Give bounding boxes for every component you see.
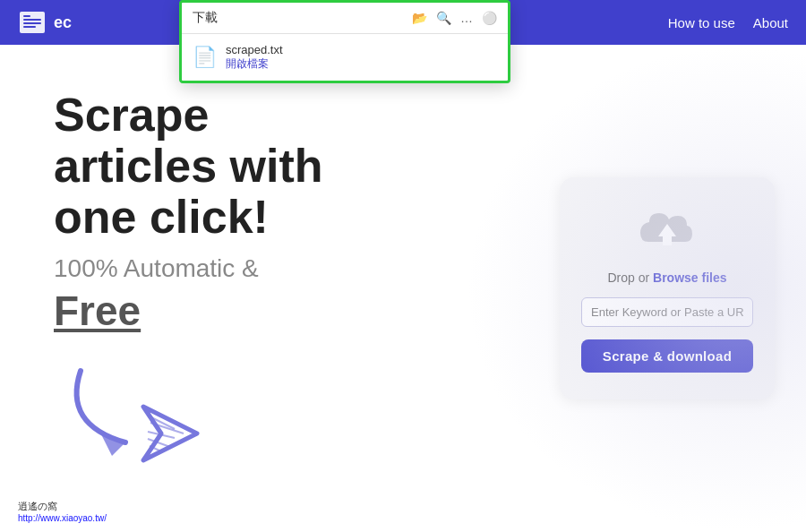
navbar-logo: ec (18, 8, 72, 37)
cloud-upload-icon (636, 204, 699, 258)
navbar-links: How to use About (668, 15, 788, 30)
left-section: Scrape articles with one click! 100% Aut… (0, 45, 555, 532)
svg-rect-2 (23, 19, 41, 21)
file-info: scraped.txt 開啟檔案 (226, 43, 283, 72)
logo-text: ec (54, 13, 72, 32)
popup-icons: 📂 🔍 … ⚪ (412, 11, 497, 25)
download-popup: 下載 📂 🔍 … ⚪ 📄 scraped.txt 開啟檔案 (179, 0, 510, 83)
hero-title-line1: Scrape (54, 89, 209, 141)
svg-marker-5 (99, 429, 125, 456)
pin-icon[interactable]: ⚪ (482, 11, 497, 25)
search-icon[interactable]: 🔍 (436, 11, 451, 25)
watermark: 逍遙の窩 http://www.xiaoyao.tw/ (18, 500, 107, 523)
hero-title-line3: one click! (54, 191, 269, 243)
upload-card: Drop or Browse files Scrape & download (560, 177, 775, 399)
drop-text: Drop or Browse files (607, 270, 726, 285)
svg-rect-1 (23, 15, 30, 17)
main-content: Scrape articles with one click! 100% Aut… (0, 45, 806, 532)
browse-files-link[interactable]: Browse files (653, 270, 726, 285)
browser-window: 下載 📂 🔍 … ⚪ 📄 scraped.txt 開啟檔案 (0, 0, 806, 532)
open-file-link[interactable]: 開啟檔案 (226, 56, 283, 72)
more-icon[interactable]: … (460, 11, 473, 25)
right-section: Drop or Browse files Scrape & download (555, 45, 806, 532)
nav-how-to-use[interactable]: How to use (668, 15, 735, 30)
hero-free: Free (54, 287, 519, 335)
popup-body: 📄 scraped.txt 開啟檔案 (182, 34, 508, 81)
popup-title: 下載 (193, 10, 401, 26)
watermark-text: 逍遙の窩 (18, 500, 107, 513)
folder-icon[interactable]: 📂 (412, 11, 427, 25)
arrow-area (54, 353, 519, 469)
hero-title-line2: articles with (54, 140, 323, 192)
popup-header: 下載 📂 🔍 … ⚪ (182, 3, 508, 34)
scrape-download-button[interactable]: Scrape & download (581, 339, 753, 373)
watermark-url: http://www.xiaoyao.tw/ (18, 513, 107, 523)
keyword-input[interactable] (581, 297, 753, 327)
nav-about[interactable]: About (753, 15, 788, 30)
hero-title: Scrape articles with one click! (54, 90, 519, 244)
svg-rect-4 (23, 26, 36, 28)
hero-subtitle: 100% Automatic & (54, 254, 519, 283)
svg-rect-3 (23, 22, 41, 24)
arrow-illustration (54, 353, 233, 469)
file-icon: 📄 (193, 46, 217, 69)
file-name: scraped.txt (226, 43, 283, 56)
logo-icon (18, 8, 47, 37)
